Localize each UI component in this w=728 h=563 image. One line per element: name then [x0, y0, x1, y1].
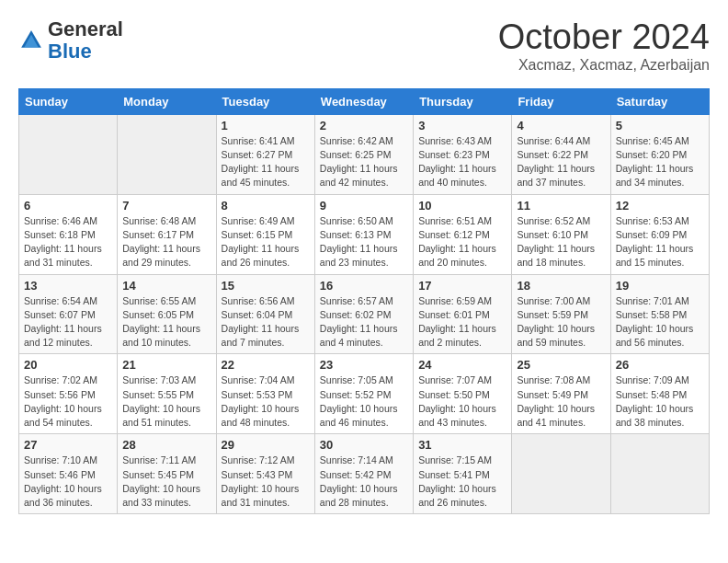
cell-sun-info: Sunrise: 6:46 AMSunset: 6:18 PMDaylight:…: [24, 214, 112, 270]
cell-sun-info: Sunrise: 7:15 AMSunset: 5:41 PMDaylight:…: [418, 454, 506, 510]
calendar-cell: 21Sunrise: 7:03 AMSunset: 5:55 PMDayligh…: [118, 354, 216, 434]
cell-sun-info: Sunrise: 7:01 AMSunset: 5:58 PMDaylight:…: [616, 294, 704, 350]
calendar-cell: 11Sunrise: 6:52 AMSunset: 6:10 PMDayligh…: [512, 194, 610, 274]
cell-day-number: 23: [320, 358, 408, 372]
cell-day-number: 27: [24, 438, 112, 452]
cell-day-number: 3: [418, 119, 506, 132]
calendar-cell: 19Sunrise: 7:01 AMSunset: 5:58 PMDayligh…: [610, 274, 709, 354]
cell-sun-info: Sunrise: 6:55 AMSunset: 6:05 PMDaylight:…: [122, 294, 210, 350]
calendar-cell: 25Sunrise: 7:08 AMSunset: 5:49 PMDayligh…: [512, 354, 610, 434]
cell-day-number: 9: [320, 199, 408, 213]
cell-sun-info: Sunrise: 7:07 AMSunset: 5:50 PMDaylight:…: [418, 373, 506, 430]
col-header-monday: Monday: [118, 88, 216, 114]
page-header: General Blue October 2024 Xacmaz, Xacmaz…: [18, 18, 710, 74]
calendar-cell: 29Sunrise: 7:12 AMSunset: 5:43 PMDayligh…: [216, 434, 314, 514]
cell-sun-info: Sunrise: 7:04 AMSunset: 5:53 PMDaylight:…: [222, 373, 310, 430]
calendar-cell: [118, 114, 216, 194]
cell-day-number: 19: [616, 279, 704, 293]
location-subtitle: Xacmaz, Xacmaz, Azerbaijan: [498, 57, 710, 74]
calendar-cell: 31Sunrise: 7:15 AMSunset: 5:41 PMDayligh…: [414, 434, 512, 514]
calendar-cell: 22Sunrise: 7:04 AMSunset: 5:53 PMDayligh…: [216, 354, 314, 434]
cell-sun-info: Sunrise: 6:44 AMSunset: 6:22 PMDaylight:…: [517, 134, 605, 190]
calendar-cell: 9Sunrise: 6:50 AMSunset: 6:13 PMDaylight…: [314, 194, 413, 274]
calendar-cell: 6Sunrise: 6:46 AMSunset: 6:18 PMDaylight…: [19, 194, 118, 274]
calendar-cell: 17Sunrise: 6:59 AMSunset: 6:01 PMDayligh…: [414, 274, 512, 354]
calendar-week-4: 20Sunrise: 7:02 AMSunset: 5:56 PMDayligh…: [19, 354, 710, 434]
calendar-cell: [19, 114, 118, 194]
cell-day-number: 30: [320, 438, 408, 452]
cell-sun-info: Sunrise: 7:11 AMSunset: 5:45 PMDaylight:…: [122, 454, 210, 510]
cell-sun-info: Sunrise: 7:05 AMSunset: 5:52 PMDaylight:…: [320, 373, 408, 430]
calendar-week-1: 1Sunrise: 6:41 AMSunset: 6:27 PMDaylight…: [19, 114, 710, 194]
cell-sun-info: Sunrise: 6:56 AMSunset: 6:04 PMDaylight:…: [222, 294, 310, 350]
calendar-cell: 27Sunrise: 7:10 AMSunset: 5:46 PMDayligh…: [19, 434, 118, 514]
cell-day-number: 13: [24, 279, 112, 293]
cell-sun-info: Sunrise: 6:41 AMSunset: 6:27 PMDaylight:…: [222, 134, 310, 190]
cell-sun-info: Sunrise: 7:03 AMSunset: 5:55 PMDaylight:…: [122, 373, 210, 430]
calendar-cell: 2Sunrise: 6:42 AMSunset: 6:25 PMDaylight…: [314, 114, 413, 194]
cell-day-number: 28: [122, 438, 210, 452]
cell-sun-info: Sunrise: 6:57 AMSunset: 6:02 PMDaylight:…: [320, 294, 408, 350]
calendar-cell: 23Sunrise: 7:05 AMSunset: 5:52 PMDayligh…: [314, 354, 413, 434]
col-header-sunday: Sunday: [19, 88, 118, 114]
calendar-cell: 8Sunrise: 6:49 AMSunset: 6:15 PMDaylight…: [216, 194, 314, 274]
cell-day-number: 24: [418, 358, 506, 372]
calendar-cell: 26Sunrise: 7:09 AMSunset: 5:48 PMDayligh…: [610, 354, 709, 434]
cell-sun-info: Sunrise: 7:02 AMSunset: 5:56 PMDaylight:…: [24, 373, 112, 430]
cell-sun-info: Sunrise: 6:53 AMSunset: 6:09 PMDaylight:…: [616, 214, 704, 270]
calendar-cell: 24Sunrise: 7:07 AMSunset: 5:50 PMDayligh…: [414, 354, 512, 434]
header-row: SundayMondayTuesdayWednesdayThursdayFrid…: [19, 88, 710, 114]
title-block: October 2024 Xacmaz, Xacmaz, Azerbaijan: [498, 18, 710, 74]
cell-day-number: 22: [222, 358, 310, 372]
col-header-tuesday: Tuesday: [216, 88, 314, 114]
cell-day-number: 20: [24, 358, 112, 372]
calendar-cell: 30Sunrise: 7:14 AMSunset: 5:42 PMDayligh…: [314, 434, 413, 514]
calendar-cell: 12Sunrise: 6:53 AMSunset: 6:09 PMDayligh…: [610, 194, 709, 274]
calendar-cell: 7Sunrise: 6:48 AMSunset: 6:17 PMDaylight…: [118, 194, 216, 274]
cell-day-number: 21: [122, 358, 210, 372]
cell-day-number: 7: [122, 199, 210, 213]
calendar-cell: 18Sunrise: 7:00 AMSunset: 5:59 PMDayligh…: [512, 274, 610, 354]
logo-text: General Blue: [48, 18, 123, 63]
calendar-cell: 13Sunrise: 6:54 AMSunset: 6:07 PMDayligh…: [19, 274, 118, 354]
cell-day-number: 11: [517, 199, 605, 213]
cell-day-number: 1: [222, 119, 310, 132]
cell-sun-info: Sunrise: 6:42 AMSunset: 6:25 PMDaylight:…: [320, 134, 408, 190]
calendar-cell: 4Sunrise: 6:44 AMSunset: 6:22 PMDaylight…: [512, 114, 610, 194]
cell-sun-info: Sunrise: 7:00 AMSunset: 5:59 PMDaylight:…: [517, 294, 605, 350]
cell-sun-info: Sunrise: 7:10 AMSunset: 5:46 PMDaylight:…: [24, 454, 112, 510]
cell-day-number: 31: [418, 438, 506, 452]
cell-day-number: 16: [320, 279, 408, 293]
calendar-cell: 3Sunrise: 6:43 AMSunset: 6:23 PMDaylight…: [414, 114, 512, 194]
calendar-week-5: 27Sunrise: 7:10 AMSunset: 5:46 PMDayligh…: [19, 434, 710, 514]
cell-sun-info: Sunrise: 7:14 AMSunset: 5:42 PMDaylight:…: [320, 454, 408, 510]
cell-day-number: 15: [222, 279, 310, 293]
cell-day-number: 2: [320, 119, 408, 132]
calendar-cell: [512, 434, 610, 514]
cell-day-number: 18: [517, 279, 605, 293]
month-title: October 2024: [498, 18, 710, 57]
cell-day-number: 4: [517, 119, 605, 132]
calendar-cell: 5Sunrise: 6:45 AMSunset: 6:20 PMDaylight…: [610, 114, 709, 194]
col-header-saturday: Saturday: [610, 88, 709, 114]
logo-icon: [18, 28, 44, 53]
cell-day-number: 12: [616, 199, 704, 213]
logo: General Blue: [18, 18, 123, 63]
cell-day-number: 26: [616, 358, 704, 372]
col-header-friday: Friday: [512, 88, 610, 114]
cell-sun-info: Sunrise: 7:08 AMSunset: 5:49 PMDaylight:…: [517, 373, 605, 430]
calendar-cell: 16Sunrise: 6:57 AMSunset: 6:02 PMDayligh…: [314, 274, 413, 354]
cell-sun-info: Sunrise: 6:43 AMSunset: 6:23 PMDaylight:…: [418, 134, 506, 190]
cell-day-number: 6: [24, 199, 112, 213]
calendar-week-2: 6Sunrise: 6:46 AMSunset: 6:18 PMDaylight…: [19, 194, 710, 274]
cell-sun-info: Sunrise: 6:52 AMSunset: 6:10 PMDaylight:…: [517, 214, 605, 270]
cell-sun-info: Sunrise: 6:50 AMSunset: 6:13 PMDaylight:…: [320, 214, 408, 270]
calendar-cell: 10Sunrise: 6:51 AMSunset: 6:12 PMDayligh…: [414, 194, 512, 274]
calendar-cell: 20Sunrise: 7:02 AMSunset: 5:56 PMDayligh…: [19, 354, 118, 434]
cell-sun-info: Sunrise: 7:09 AMSunset: 5:48 PMDaylight:…: [616, 373, 704, 430]
cell-day-number: 8: [222, 199, 310, 213]
cell-sun-info: Sunrise: 6:51 AMSunset: 6:12 PMDaylight:…: [418, 214, 506, 270]
cell-sun-info: Sunrise: 6:48 AMSunset: 6:17 PMDaylight:…: [122, 214, 210, 270]
cell-day-number: 14: [122, 279, 210, 293]
cell-day-number: 10: [418, 199, 506, 213]
